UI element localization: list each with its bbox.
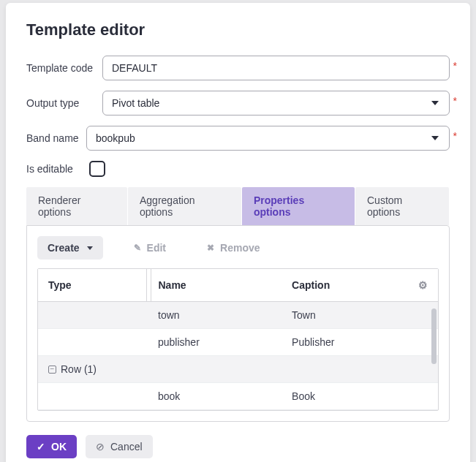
table-group-row[interactable]: − Row (1)	[38, 356, 438, 383]
properties-toolbar: Create ✎ Edit ✖ Remove	[37, 236, 439, 260]
band-name-value: bookpub	[96, 132, 135, 144]
cell-type	[38, 383, 148, 410]
tab-renderer-options[interactable]: Renderer options	[26, 187, 127, 225]
ok-button[interactable]: OK	[26, 435, 77, 458]
cancel-icon	[96, 441, 105, 452]
pencil-icon: ✎	[134, 243, 141, 253]
row-is-editable: Is editable	[26, 161, 450, 177]
col-header-type[interactable]: Type	[38, 269, 148, 302]
output-type-select[interactable]: Pivot table	[102, 91, 450, 116]
remove-button[interactable]: ✖ Remove	[197, 236, 270, 260]
group-cell: − Row (1)	[38, 356, 438, 383]
dialog-title: Template editor	[26, 20, 450, 39]
label-is-editable: Is editable	[26, 163, 86, 175]
table-row[interactable]: book Book	[38, 383, 438, 410]
row-output-type: Output type Pivot table *	[26, 91, 450, 116]
properties-table-wrap: Type Name Caption town Town publisher	[37, 268, 439, 411]
col-header-settings[interactable]	[408, 269, 438, 302]
required-icon: *	[453, 95, 457, 107]
cell-caption: Publisher	[282, 329, 438, 356]
x-icon: ✖	[207, 243, 214, 253]
template-editor-dialog: Template editor Template code * Output t…	[6, 3, 470, 462]
required-icon: *	[453, 60, 457, 72]
row-band-name: Band name bookpub *	[26, 126, 450, 151]
col-header-caption[interactable]: Caption	[282, 269, 408, 302]
properties-panel: Create ✎ Edit ✖ Remove Type Name Caption	[26, 225, 450, 422]
table-row[interactable]: town Town	[38, 302, 438, 329]
edit-label: Edit	[147, 242, 166, 254]
label-template-code: Template code	[26, 62, 102, 74]
tabs: Renderer options Aggregation options Pro…	[26, 187, 450, 225]
cell-name: publisher	[148, 329, 282, 356]
dialog-footer: OK Cancel	[26, 435, 450, 458]
tab-properties-options[interactable]: Properties options	[242, 187, 355, 225]
cancel-label: Cancel	[110, 441, 143, 452]
remove-label: Remove	[220, 242, 260, 254]
template-code-input[interactable]	[102, 56, 450, 80]
group-label: Row (1)	[61, 363, 97, 375]
col-header-name[interactable]: Name	[148, 269, 282, 302]
cell-type	[38, 329, 148, 356]
row-template-code: Template code *	[26, 56, 450, 80]
tab-aggregation-options[interactable]: Aggregation options	[128, 187, 241, 225]
is-editable-checkbox[interactable]	[89, 161, 105, 177]
check-icon	[37, 441, 45, 452]
create-label: Create	[48, 242, 80, 254]
scrollbar-thumb[interactable]	[431, 308, 437, 364]
cell-type	[38, 302, 148, 329]
ok-label: OK	[51, 441, 67, 452]
edit-button[interactable]: ✎ Edit	[124, 236, 176, 260]
chevron-down-icon	[431, 136, 439, 140]
label-output-type: Output type	[26, 97, 102, 109]
cancel-button[interactable]: Cancel	[86, 435, 153, 458]
label-band-name: Band name	[26, 132, 86, 144]
output-type-value: Pivot table	[112, 97, 159, 109]
cell-caption: Town	[282, 302, 438, 329]
cell-name: book	[148, 383, 282, 410]
cell-name: town	[148, 302, 282, 329]
cell-caption: Book	[282, 383, 438, 410]
collapse-icon[interactable]: −	[48, 366, 56, 374]
required-icon: *	[453, 130, 457, 142]
properties-table: Type Name Caption town Town publisher	[38, 269, 438, 410]
table-row[interactable]: publisher Publisher	[38, 329, 438, 356]
tab-custom-options[interactable]: Custom options	[355, 187, 449, 225]
band-name-select[interactable]: bookpub	[86, 126, 450, 151]
create-button[interactable]: Create	[37, 236, 103, 260]
chevron-down-icon	[87, 246, 93, 250]
chevron-down-icon	[431, 101, 439, 105]
table-header-row: Type Name Caption	[38, 269, 438, 302]
gear-icon	[418, 279, 428, 291]
